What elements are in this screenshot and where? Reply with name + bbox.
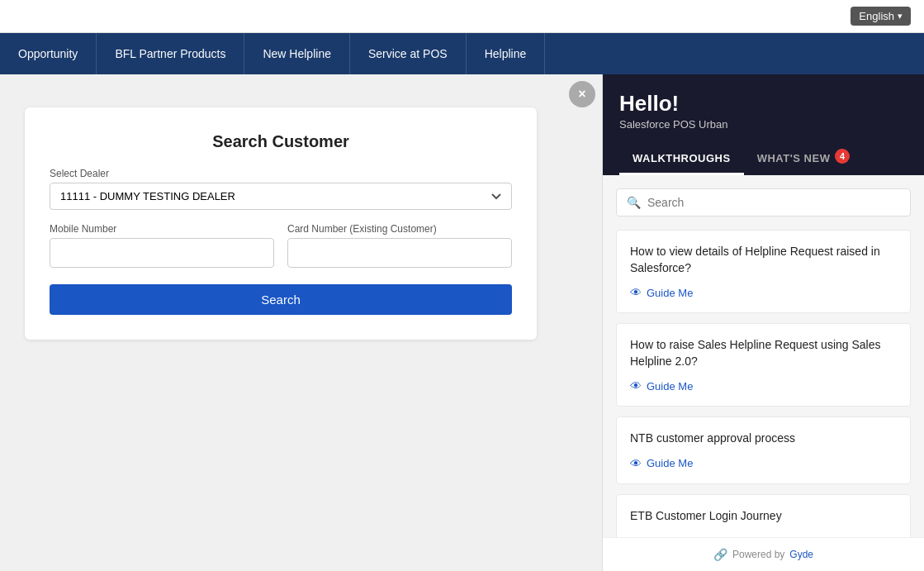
powered-by-text: Powered by: [732, 549, 784, 560]
walkthrough-title-2: How to raise Sales Helpline Request usin…: [630, 337, 897, 369]
panel-search-box: 🔍: [616, 188, 911, 217]
walkthrough-title-4: ETB Customer Login Journey: [630, 508, 897, 525]
walkthrough-card-4: ETB Customer Login Journey 👁 Guide Me: [616, 494, 911, 537]
panel-tabs: WALKTHROUGHS WHAT'S NEW 4: [619, 144, 907, 175]
mobile-input[interactable]: [50, 238, 274, 268]
nav-item-service-at-pos[interactable]: Service at POS: [350, 33, 467, 74]
dealer-select[interactable]: 11111 - DUMMY TESTING DEALER: [50, 183, 512, 210]
card-group: Card Number (Existing Customer): [287, 223, 512, 268]
walkthrough-card-1: How to view details of Helpline Request …: [616, 230, 911, 313]
close-button[interactable]: ×: [569, 81, 595, 107]
eye-icon-1: 👁: [630, 286, 642, 299]
guide-me-label-1: Guide Me: [647, 287, 693, 299]
eye-icon-3: 👁: [630, 457, 642, 470]
nav-item-helpline[interactable]: Helpline: [467, 33, 546, 74]
search-button[interactable]: Search: [50, 284, 512, 315]
search-customer-card: Search Customer Select Dealer 11111 - DU…: [25, 107, 537, 340]
walkthrough-title-3: NTB customer approval process: [630, 431, 897, 447]
top-bar: English: [0, 0, 924, 33]
tab-whats-new[interactable]: WHAT'S NEW 4: [744, 144, 844, 175]
gyde-icon: 🔗: [713, 548, 727, 561]
dealer-label: Select Dealer: [50, 168, 512, 179]
whats-new-badge: 4: [835, 149, 850, 164]
guide-me-label-2: Guide Me: [647, 380, 693, 393]
walkthrough-card-3: NTB customer approval process 👁 Guide Me: [616, 416, 911, 484]
guide-me-label-3: Guide Me: [647, 457, 693, 469]
gyde-link[interactable]: Gyde: [789, 549, 813, 560]
guide-me-link-1[interactable]: 👁 Guide Me: [630, 286, 897, 299]
search-icon: 🔍: [627, 196, 641, 209]
mobile-group: Mobile Number: [50, 223, 274, 268]
navigation-bar: Opportunity BFL Partner Products New Hel…: [0, 33, 924, 74]
panel-body: 🔍 How to view details of Helpline Reques…: [603, 175, 924, 537]
panel-search-input[interactable]: [647, 196, 900, 209]
walkthrough-title-1: How to view details of Helpline Request …: [630, 244, 897, 276]
card-label: Card Number (Existing Customer): [287, 223, 512, 235]
nav-item-bfl-partner[interactable]: BFL Partner Products: [97, 33, 244, 74]
nav-item-opportunity[interactable]: Opportunity: [0, 33, 97, 74]
panel-greeting: Hello!: [619, 91, 907, 117]
search-card-title: Search Customer: [50, 132, 512, 151]
nav-item-new-helpline[interactable]: New Helpline: [244, 33, 349, 74]
panel-subtitle: Salesforce POS Urban: [619, 118, 907, 131]
guide-me-link-2[interactable]: 👁 Guide Me: [630, 379, 897, 393]
main-layout: × Search Customer Select Dealer 11111 - …: [0, 74, 924, 571]
panel-header: Hello! Salesforce POS Urban WALKTHROUGHS…: [603, 74, 924, 175]
language-selector[interactable]: English: [851, 7, 911, 26]
guide-me-link-3[interactable]: 👁 Guide Me: [630, 457, 897, 470]
eye-icon-2: 👁: [630, 379, 642, 393]
walkthrough-card-2: How to raise Sales Helpline Request usin…: [616, 323, 911, 407]
mobile-label: Mobile Number: [50, 223, 274, 235]
card-input[interactable]: [287, 238, 512, 268]
right-panel: Hello! Salesforce POS Urban WALKTHROUGHS…: [602, 74, 924, 571]
form-row: Mobile Number Card Number (Existing Cust…: [50, 223, 512, 268]
left-content: × Search Customer Select Dealer 11111 - …: [0, 74, 602, 571]
panel-footer: 🔗 Powered by Gyde: [603, 537, 924, 571]
tab-walkthroughs[interactable]: WALKTHROUGHS: [619, 144, 744, 175]
